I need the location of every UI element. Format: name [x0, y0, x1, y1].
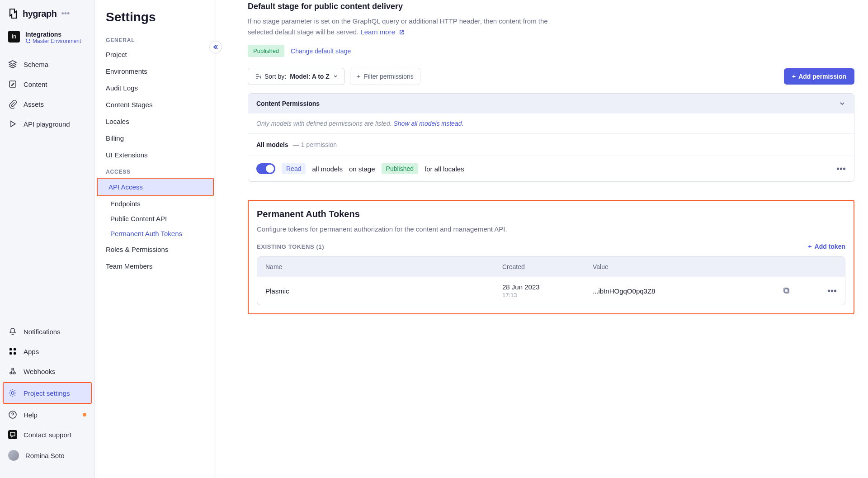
- paperclip-icon: [8, 99, 17, 109]
- nav-project-settings[interactable]: Project settings: [4, 383, 91, 403]
- pencil-square-icon: [8, 80, 17, 89]
- content-permissions-card: Content Permissions Only models with def…: [248, 93, 854, 182]
- permanent-auth-tokens-section: Permanent Auth Tokens Configure tokens f…: [248, 200, 854, 314]
- learn-more-link[interactable]: Learn more: [360, 28, 405, 36]
- col-created: Created: [502, 263, 593, 270]
- perm-all-models: all models: [312, 165, 343, 173]
- workspace-switcher[interactable]: In Integrations Master Environment: [0, 28, 94, 51]
- brand-logo-icon: [8, 8, 18, 19]
- token-row: Plasmic 28 Jun 2023 17:13 ...ibtnHOgqO0p…: [257, 277, 845, 305]
- add-permission-button[interactable]: + Add permission: [784, 68, 854, 85]
- svg-rect-7: [14, 352, 16, 355]
- settings-sidebar: Settings GENERAL Project Environments Au…: [95, 0, 216, 478]
- gear-icon: [8, 388, 17, 398]
- svg-point-11: [11, 392, 14, 394]
- permission-toggle[interactable]: [256, 163, 275, 174]
- tokens-table: Name Created Value Plasmic 28 Jun 2023 1…: [257, 256, 845, 305]
- settings-ui-extensions[interactable]: UI Extensions: [95, 147, 216, 163]
- show-all-models-link[interactable]: Show all models instead.: [393, 120, 463, 127]
- svg-rect-5: [14, 348, 16, 350]
- permission-more-button[interactable]: •••: [836, 164, 846, 174]
- all-models-label: All models: [256, 141, 288, 148]
- workspace-badge: In: [8, 31, 20, 43]
- brand-block: hygraph •••: [0, 8, 94, 28]
- workspace-env: Master Environment: [25, 38, 81, 44]
- published-badge: Published: [248, 45, 284, 57]
- add-token-button[interactable]: + Add token: [808, 243, 845, 250]
- tokens-heading: Permanent Auth Tokens: [257, 209, 845, 219]
- plus-icon: +: [792, 73, 796, 80]
- svg-point-9: [14, 372, 15, 374]
- content-permissions-header[interactable]: Content Permissions: [248, 94, 854, 114]
- svg-rect-13: [10, 432, 15, 436]
- token-time: 17:13: [502, 292, 517, 298]
- read-tag: Read: [282, 163, 306, 174]
- nav-notifications[interactable]: Notifications: [0, 322, 94, 341]
- nav-schema[interactable]: Schema: [0, 54, 94, 74]
- chat-square-icon: [8, 430, 17, 439]
- nav-apps[interactable]: Apps: [0, 341, 94, 361]
- play-icon: [8, 119, 17, 128]
- settings-content-stages[interactable]: Content Stages: [95, 96, 216, 113]
- token-date: 28 Jun 2023: [502, 283, 540, 291]
- nav-playground[interactable]: API playground: [0, 114, 94, 134]
- nav-webhooks[interactable]: Webhooks: [0, 361, 94, 381]
- settings-permanent-auth-tokens[interactable]: Permanent Auth Tokens: [95, 226, 216, 241]
- settings-team-members[interactable]: Team Members: [95, 258, 216, 274]
- svg-rect-6: [9, 352, 12, 355]
- layers-icon: [8, 60, 17, 69]
- settings-title: Settings: [95, 10, 216, 32]
- brand-name: hygraph: [23, 9, 57, 19]
- col-value: Value: [593, 263, 783, 270]
- default-stage-heading: Default stage for public content deliver…: [248, 2, 854, 11]
- settings-group-access: ACCESS: [95, 163, 216, 178]
- settings-public-content-api[interactable]: Public Content API: [95, 211, 216, 226]
- branch-icon: [25, 38, 31, 44]
- nav-content[interactable]: Content: [0, 74, 94, 94]
- svg-rect-4: [9, 348, 12, 350]
- perm-for-locales: for all locales: [425, 165, 464, 173]
- webhook-icon: [8, 367, 17, 376]
- chevron-down-icon: [333, 74, 338, 79]
- workspace-name: Integrations: [25, 31, 81, 38]
- nav-assets[interactable]: Assets: [0, 94, 94, 114]
- primary-sidebar: hygraph ••• In Integrations Master Envir…: [0, 0, 95, 478]
- tokens-desc: Configure tokens for permanent authoriza…: [257, 224, 845, 235]
- svg-point-1: [29, 39, 30, 40]
- settings-billing[interactable]: Billing: [95, 130, 216, 147]
- permission-count: — 1 permission: [293, 141, 337, 148]
- external-link-icon: [399, 29, 405, 35]
- svg-point-0: [26, 39, 27, 40]
- settings-locales[interactable]: Locales: [95, 113, 216, 130]
- existing-tokens-label: EXISTING TOKENS (1): [257, 243, 324, 250]
- permissions-note: Only models with defined permissions are…: [256, 120, 392, 127]
- token-value: ...ibtnHOgqO0pq3Z8: [593, 287, 783, 295]
- brand-menu-icon[interactable]: •••: [61, 9, 70, 19]
- plus-icon: +: [357, 73, 360, 80]
- settings-project[interactable]: Project: [95, 46, 216, 63]
- token-name: Plasmic: [265, 287, 502, 295]
- settings-environments[interactable]: Environments: [95, 63, 216, 80]
- copy-token-button[interactable]: [783, 287, 810, 295]
- settings-audit-logs[interactable]: Audit Logs: [95, 80, 216, 96]
- nav-help[interactable]: Help: [0, 405, 94, 425]
- nav-user-account[interactable]: Romina Soto: [0, 445, 94, 466]
- question-circle-icon: [8, 410, 17, 419]
- settings-endpoints[interactable]: Endpoints: [95, 196, 216, 211]
- settings-group-general: GENERAL: [95, 32, 216, 46]
- change-default-stage-link[interactable]: Change default stage: [291, 47, 351, 55]
- published-tag: Published: [382, 163, 419, 174]
- svg-point-2: [29, 42, 30, 43]
- nav-contact-support[interactable]: Contact support: [0, 425, 94, 445]
- perm-on-stage: on stage: [349, 165, 375, 173]
- avatar-icon: [8, 450, 19, 461]
- settings-api-access[interactable]: API Access: [98, 179, 213, 195]
- collapse-sidebar-button[interactable]: [209, 41, 222, 53]
- grid-icon: [8, 347, 17, 356]
- settings-roles-permissions[interactable]: Roles & Permissions: [95, 241, 216, 258]
- filter-permissions-button[interactable]: + Filter permissions: [350, 68, 420, 85]
- chevron-double-left-icon: [212, 44, 219, 50]
- sort-button[interactable]: Sort by: Model: A to Z: [248, 68, 344, 85]
- main-content: Default stage for public content deliver…: [216, 0, 868, 478]
- token-more-button[interactable]: •••: [827, 286, 837, 296]
